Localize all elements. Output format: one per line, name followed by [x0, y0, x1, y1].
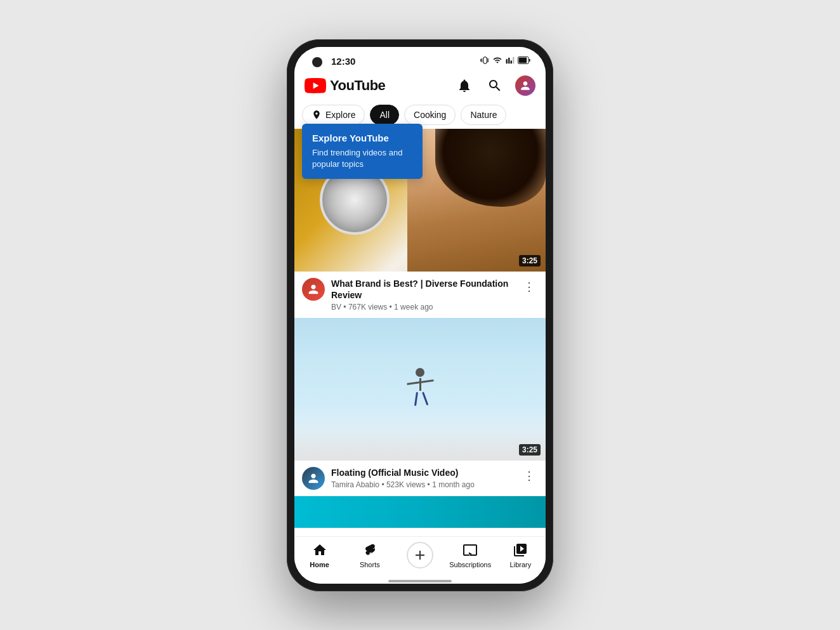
category-cooking-label: Cooking [414, 110, 446, 120]
video-info-1: What Brand is Best? | Diverse Foundation… [294, 272, 546, 318]
user-avatar [515, 75, 535, 96]
library-icon [512, 542, 528, 558]
account-button[interactable] [515, 75, 535, 96]
category-nature[interactable]: Nature [461, 105, 506, 125]
phone-frame: 12:30 [287, 39, 553, 591]
library-label: Library [510, 561, 532, 568]
battery-icon [518, 56, 530, 66]
home-bar [388, 580, 452, 582]
youtube-title: YouTube [330, 77, 385, 94]
nav-library[interactable]: Library [495, 542, 546, 568]
video-submeta-1: BV • 767K views • 1 week ago [331, 303, 514, 312]
video-thumbnail-2[interactable]: 3:25 [294, 318, 546, 461]
category-all-label: All [379, 110, 390, 120]
video-info-2: Floating (Official Music Video) Tamira A… [294, 461, 546, 496]
status-bar: 12:30 [294, 47, 546, 70]
more-options-button-1[interactable]: ⋮ [520, 278, 538, 296]
subscriptions-label: Subscriptions [449, 561, 491, 568]
vibrate-icon [480, 56, 489, 67]
category-nature-label: Nature [470, 110, 497, 120]
video-title-1: What Brand is Best? | Diverse Foundation… [331, 278, 514, 301]
subscriptions-icon [462, 542, 478, 558]
home-label: Home [310, 561, 329, 568]
shorts-label: Shorts [360, 561, 380, 568]
phone-screen: 12:30 [294, 47, 546, 584]
explore-button[interactable]: Explore [302, 105, 365, 125]
channel-avatar-1[interactable] [302, 278, 325, 301]
shorts-icon [362, 542, 378, 558]
nav-shorts[interactable]: Shorts [345, 542, 395, 568]
home-indicator [294, 576, 546, 584]
svg-rect-1 [519, 57, 527, 62]
channel-avatar-2[interactable] [302, 467, 325, 490]
camera-notch [312, 57, 322, 67]
video-image-2: 3:25 [294, 318, 546, 461]
duration-badge-1: 3:25 [519, 255, 541, 266]
duration-badge-2: 3:25 [519, 444, 541, 456]
video-thumbnail-3[interactable] [294, 496, 546, 528]
explore-label: Explore [325, 110, 355, 120]
signal-icon [506, 56, 515, 67]
status-time: 12:30 [331, 56, 355, 67]
search-button[interactable] [485, 75, 505, 96]
content-scroll-area[interactable]: 3:25 What Brand is Best? | Diverse Found… [294, 129, 546, 536]
tooltip-title: Explore YouTube [312, 133, 412, 143]
notification-button[interactable] [454, 75, 475, 96]
bottom-nav: Home Shorts Subscriptions [294, 536, 546, 576]
video-image-3 [294, 496, 546, 528]
video-title-2: Floating (Official Music Video) [331, 467, 514, 478]
nav-subscriptions[interactable]: Subscriptions [445, 542, 495, 568]
header-actions [454, 75, 535, 96]
explore-tooltip: Explore YouTube Find trending videos and… [302, 124, 423, 179]
nav-home[interactable]: Home [294, 542, 345, 568]
video-meta-2: Floating (Official Music Video) Tamira A… [331, 467, 514, 489]
tooltip-description: Find trending videos and popular topics [312, 147, 412, 170]
wifi-icon [492, 56, 502, 67]
status-icons [480, 56, 530, 67]
video-meta-1: What Brand is Best? | Diverse Foundation… [331, 278, 514, 312]
youtube-logo-icon [305, 78, 326, 93]
nav-add[interactable] [395, 542, 445, 568]
add-button[interactable] [407, 542, 433, 568]
app-header: YouTube [294, 70, 546, 101]
category-all[interactable]: All [370, 105, 399, 125]
category-section: Explore All Cooking Nature Explore YouTu… [294, 101, 546, 129]
more-options-button-2[interactable]: ⋮ [520, 467, 538, 485]
logo-area: YouTube [305, 77, 385, 94]
home-icon [312, 542, 328, 558]
video-submeta-2: Tamira Ababio • 523K views • 1 month ago [331, 480, 514, 489]
category-cooking[interactable]: Cooking [404, 105, 456, 125]
